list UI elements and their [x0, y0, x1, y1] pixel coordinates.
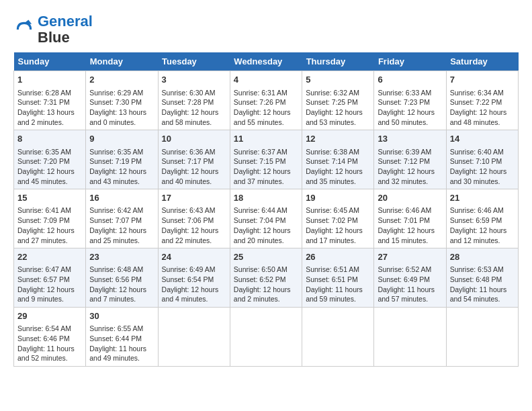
- day-number: 29: [17, 310, 82, 322]
- calendar-cell: [230, 308, 302, 367]
- calendar-cell: 30 Sunrise: 6:55 AM Sunset: 6:44 PM Dayl…: [86, 308, 158, 367]
- calendar-cell: 16 Sunrise: 6:42 AM Sunset: 7:07 PM Dayl…: [86, 189, 158, 248]
- daylight-label: Daylight: 11 hours and 49 minutes.: [89, 345, 146, 363]
- calendar-cell: 26 Sunrise: 6:51 AM Sunset: 6:51 PM Dayl…: [302, 248, 374, 308]
- weekday-header: Saturday: [446, 52, 518, 71]
- calendar-cell: 4 Sunrise: 6:31 AM Sunset: 7:26 PM Dayli…: [230, 71, 302, 130]
- calendar-cell: [158, 308, 230, 367]
- logo-text: GeneralBlue: [38, 13, 93, 46]
- sunset-label: Sunset: 6:48 PM: [450, 275, 502, 283]
- weekday-header: Monday: [86, 52, 158, 71]
- daylight-label: Daylight: 12 hours and 50 minutes.: [378, 108, 435, 126]
- day-number: 3: [162, 74, 226, 86]
- calendar-cell: 12 Sunrise: 6:38 AM Sunset: 7:14 PM Dayl…: [302, 130, 374, 189]
- day-number: 9: [89, 133, 154, 145]
- daylight-label: Daylight: 12 hours and 53 minutes.: [306, 108, 363, 126]
- logo-icon: [13, 19, 35, 40]
- sunset-label: Sunset: 7:02 PM: [306, 216, 358, 224]
- sunset-label: Sunset: 6:44 PM: [89, 334, 142, 342]
- sunrise-label: Sunrise: 6:35 AM: [89, 148, 143, 156]
- daylight-label: Daylight: 12 hours and 37 minutes.: [234, 167, 291, 185]
- day-number: 15: [17, 192, 82, 204]
- calendar-cell: 22 Sunrise: 6:47 AM Sunset: 6:57 PM Dayl…: [14, 248, 86, 308]
- day-number: 18: [234, 192, 298, 204]
- daylight-label: Daylight: 12 hours and 40 minutes.: [162, 167, 219, 185]
- sunrise-label: Sunrise: 6:46 AM: [450, 206, 504, 214]
- sunset-label: Sunset: 7:28 PM: [162, 98, 214, 106]
- sunset-label: Sunset: 6:51 PM: [306, 275, 358, 283]
- sunset-label: Sunset: 7:15 PM: [234, 157, 286, 165]
- sunset-label: Sunset: 7:10 PM: [450, 157, 502, 165]
- day-number: 11: [234, 133, 298, 145]
- day-number: 30: [89, 310, 154, 322]
- sunrise-label: Sunrise: 6:28 AM: [17, 89, 71, 97]
- sunrise-label: Sunrise: 6:49 AM: [162, 265, 216, 273]
- calendar-cell: 17 Sunrise: 6:43 AM Sunset: 7:06 PM Dayl…: [158, 189, 230, 248]
- daylight-label: Daylight: 12 hours and 4 minutes.: [162, 285, 219, 304]
- sunrise-label: Sunrise: 6:50 AM: [234, 265, 287, 273]
- calendar-cell: [374, 308, 446, 367]
- sunrise-label: Sunrise: 6:53 AM: [450, 265, 504, 273]
- sunset-label: Sunset: 6:52 PM: [234, 275, 286, 283]
- sunset-label: Sunset: 7:17 PM: [162, 157, 214, 165]
- sunrise-label: Sunrise: 6:38 AM: [306, 148, 359, 156]
- sunset-label: Sunset: 7:01 PM: [378, 216, 430, 224]
- day-number: 23: [89, 251, 154, 263]
- sunrise-label: Sunrise: 6:41 AM: [17, 206, 71, 214]
- daylight-label: Daylight: 13 hours and 2 minutes.: [17, 108, 75, 126]
- daylight-label: Daylight: 12 hours and 55 minutes.: [234, 108, 291, 126]
- sunset-label: Sunset: 6:56 PM: [89, 275, 142, 283]
- daylight-label: Daylight: 12 hours and 15 minutes.: [378, 226, 435, 244]
- daylight-label: Daylight: 12 hours and 48 minutes.: [450, 108, 507, 126]
- day-number: 19: [306, 192, 370, 204]
- sunrise-label: Sunrise: 6:29 AM: [89, 89, 143, 97]
- day-number: 24: [162, 251, 226, 263]
- sunrise-label: Sunrise: 6:45 AM: [306, 206, 359, 214]
- sunset-label: Sunset: 7:26 PM: [234, 98, 286, 106]
- day-number: 7: [450, 74, 515, 86]
- calendar-week-row: 15 Sunrise: 6:41 AM Sunset: 7:09 PM Dayl…: [14, 189, 519, 248]
- sunrise-label: Sunrise: 6:42 AM: [89, 206, 143, 214]
- sunset-label: Sunset: 7:04 PM: [234, 216, 286, 224]
- weekday-header: Wednesday: [230, 52, 302, 71]
- sunrise-label: Sunrise: 6:37 AM: [234, 148, 287, 156]
- calendar-cell: 13 Sunrise: 6:39 AM Sunset: 7:12 PM Dayl…: [374, 130, 446, 189]
- daylight-label: Daylight: 12 hours and 43 minutes.: [89, 167, 146, 185]
- day-number: 1: [17, 74, 82, 86]
- sunset-label: Sunset: 6:59 PM: [450, 216, 502, 224]
- daylight-label: Daylight: 12 hours and 17 minutes.: [306, 226, 363, 244]
- sunrise-label: Sunrise: 6:34 AM: [450, 89, 504, 97]
- sunrise-label: Sunrise: 6:36 AM: [162, 148, 216, 156]
- calendar-cell: 19 Sunrise: 6:45 AM Sunset: 7:02 PM Dayl…: [302, 189, 374, 248]
- calendar-cell: 24 Sunrise: 6:49 AM Sunset: 6:54 PM Dayl…: [158, 248, 230, 308]
- sunset-label: Sunset: 6:57 PM: [17, 275, 70, 283]
- sunset-label: Sunset: 7:23 PM: [378, 98, 430, 106]
- calendar-cell: 27 Sunrise: 6:52 AM Sunset: 6:49 PM Dayl…: [374, 248, 446, 308]
- sunset-label: Sunset: 7:25 PM: [306, 98, 358, 106]
- calendar-week-row: 1 Sunrise: 6:28 AM Sunset: 7:31 PM Dayli…: [14, 71, 519, 130]
- daylight-label: Daylight: 12 hours and 20 minutes.: [234, 226, 291, 244]
- calendar-cell: [446, 308, 518, 367]
- calendar-cell: 9 Sunrise: 6:35 AM Sunset: 7:19 PM Dayli…: [86, 130, 158, 189]
- calendar-cell: 29 Sunrise: 6:54 AM Sunset: 6:46 PM Dayl…: [14, 308, 86, 367]
- day-number: 5: [306, 74, 370, 86]
- daylight-label: Daylight: 12 hours and 12 minutes.: [450, 226, 507, 244]
- daylight-label: Daylight: 12 hours and 22 minutes.: [162, 226, 219, 244]
- calendar-cell: 7 Sunrise: 6:34 AM Sunset: 7:22 PM Dayli…: [446, 71, 518, 130]
- day-number: 16: [89, 192, 154, 204]
- sunrise-label: Sunrise: 6:39 AM: [378, 148, 431, 156]
- calendar-week-row: 8 Sunrise: 6:35 AM Sunset: 7:20 PM Dayli…: [14, 130, 519, 189]
- sunset-label: Sunset: 7:30 PM: [89, 98, 142, 106]
- day-number: 2: [89, 74, 154, 86]
- sunrise-label: Sunrise: 6:48 AM: [89, 265, 143, 273]
- sunset-label: Sunset: 7:14 PM: [306, 157, 358, 165]
- day-number: 13: [378, 133, 442, 145]
- day-number: 20: [378, 192, 442, 204]
- sunset-label: Sunset: 7:09 PM: [17, 216, 70, 224]
- weekday-header: Tuesday: [158, 52, 230, 71]
- sunset-label: Sunset: 7:20 PM: [17, 157, 70, 165]
- calendar-table: SundayMondayTuesdayWednesdayThursdayFrid…: [13, 52, 519, 367]
- calendar-cell: 15 Sunrise: 6:41 AM Sunset: 7:09 PM Dayl…: [14, 189, 86, 248]
- day-number: 28: [450, 251, 515, 263]
- calendar-cell: 14 Sunrise: 6:40 AM Sunset: 7:10 PM Dayl…: [446, 130, 518, 189]
